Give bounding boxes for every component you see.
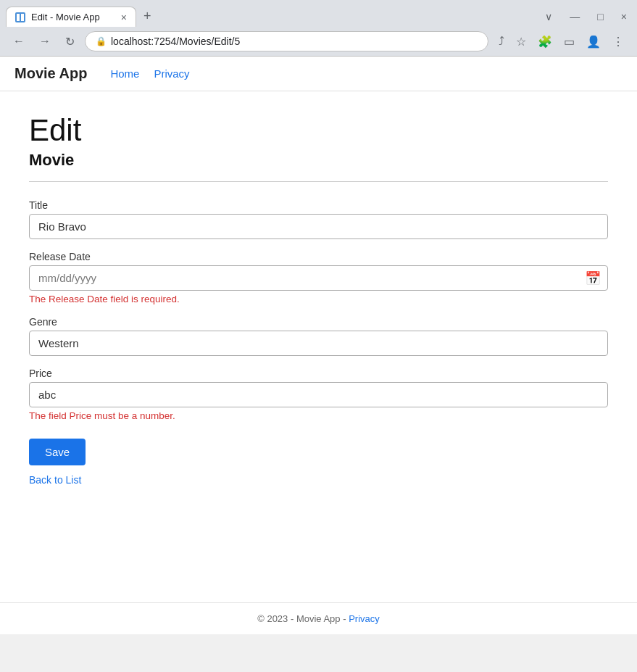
footer-privacy-link[interactable]: Privacy (349, 613, 380, 624)
release-date-wrapper: 📅 (29, 265, 608, 291)
site-footer: © 2023 - Movie App - Privacy (0, 602, 637, 634)
menu-icon[interactable]: ⋮ (608, 32, 628, 51)
svg-rect-1 (21, 14, 24, 21)
address-input[interactable]: 🔒 localhost:7254/Movies/Edit/5 (85, 31, 488, 51)
address-text: localhost:7254/Movies/Edit/5 (111, 36, 240, 47)
title-input[interactable] (29, 214, 608, 239)
price-error: The field Price must be a number. (29, 410, 608, 421)
window-minimize-icon2[interactable]: — (565, 9, 584, 24)
price-label: Price (29, 368, 608, 379)
window-close-icon[interactable]: × (617, 9, 631, 24)
new-tab-button[interactable]: + (138, 6, 157, 27)
extensions-icon[interactable]: 🧩 (533, 32, 557, 51)
title-label: Title (29, 199, 608, 211)
tab-title: Edit - Movie App (31, 12, 115, 22)
window-controls: ∨ — □ × (541, 9, 631, 27)
nav-privacy[interactable]: Privacy (154, 67, 189, 80)
lock-icon: 🔒 (96, 36, 107, 46)
section-heading: Movie (29, 151, 608, 170)
tab-favicon (15, 12, 25, 22)
back-button[interactable]: ← (9, 32, 29, 51)
release-date-error: The Release Date field is required. (29, 294, 608, 304)
form-group-release-date: Release Date 📅 The Release Date field is… (29, 251, 608, 304)
price-input[interactable] (29, 382, 608, 407)
page-wrapper: Movie App Home Privacy Edit Movie Title … (0, 57, 637, 634)
refresh-button[interactable]: ↻ (61, 32, 79, 51)
nav-home[interactable]: Home (110, 67, 139, 80)
page-title: Edit (29, 113, 608, 148)
form-group-price: Price The field Price must be a number. (29, 368, 608, 421)
forward-button[interactable]: → (35, 32, 55, 51)
share-icon[interactable]: ⤴ (494, 32, 509, 51)
bookmark-icon[interactable]: ☆ (512, 32, 530, 51)
sidebar-toggle-icon[interactable]: ▭ (559, 32, 579, 51)
footer-text: © 2023 - Movie App - (257, 613, 349, 624)
site-nav: Movie App Home Privacy (0, 57, 637, 91)
svg-rect-0 (17, 14, 20, 21)
save-button[interactable]: Save (29, 439, 86, 465)
browser-tab[interactable]: Edit - Movie App × (6, 7, 136, 27)
window-minimize-icon[interactable]: ∨ (541, 9, 557, 24)
release-date-input[interactable] (29, 265, 608, 291)
back-to-list-link[interactable]: Back to List (29, 474, 81, 486)
main-content: Edit Movie Title Release Date 📅 The Rele… (0, 91, 637, 602)
tab-close-icon[interactable]: × (121, 12, 127, 22)
address-bar-row: ← → ↻ 🔒 localhost:7254/Movies/Edit/5 ⤴ ☆… (0, 27, 637, 56)
form-group-title: Title (29, 199, 608, 239)
site-brand[interactable]: Movie App (14, 65, 87, 82)
toolbar-icons: ⤴ ☆ 🧩 ▭ 👤 ⋮ (494, 32, 628, 51)
profile-icon[interactable]: 👤 (582, 32, 605, 51)
form-group-genre: Genre (29, 316, 608, 356)
genre-label: Genre (29, 316, 608, 328)
genre-input[interactable] (29, 331, 608, 356)
window-maximize-icon[interactable]: □ (593, 9, 607, 24)
divider (29, 181, 608, 182)
release-date-label: Release Date (29, 251, 608, 262)
